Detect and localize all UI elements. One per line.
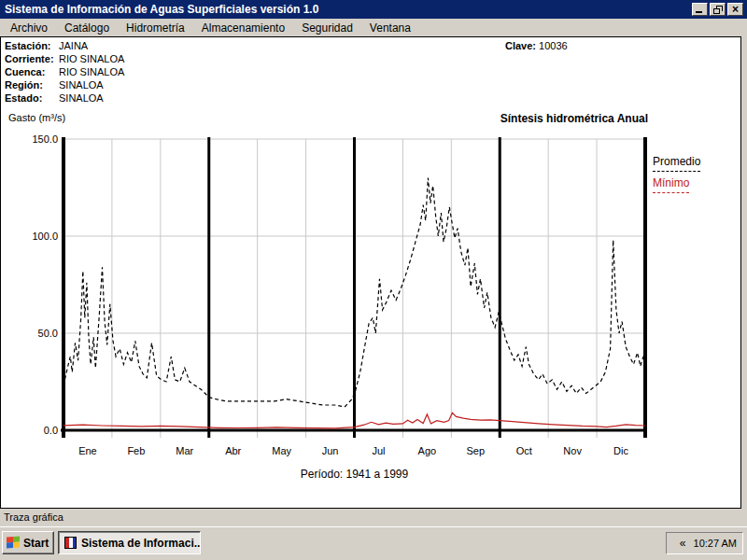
x-tick-label: Abr xyxy=(225,445,241,456)
window-title: Sistema de Información de Aguas Superfic… xyxy=(5,3,318,16)
x-tick-label: Jul xyxy=(372,445,385,456)
x-tick-label: Oct xyxy=(516,445,532,456)
chart-svg: 0.050.0100.0150.0EneFebMarAbrMayJunJulAg… xyxy=(1,37,740,508)
menu-almacenamiento[interactable]: Almacenamiento xyxy=(193,21,293,35)
minimize-icon xyxy=(696,11,702,13)
legend-promedio[interactable]: Promedio xyxy=(653,155,700,172)
tray-chevron-icon[interactable]: « xyxy=(680,537,686,550)
x-tick-label: Feb xyxy=(127,445,145,456)
clock[interactable]: 10:27 AM xyxy=(694,538,737,549)
x-tick-label: Mar xyxy=(176,445,193,456)
windows-flag-icon xyxy=(7,537,20,550)
menu-bar: Archivo Catálogo Hidrometría Almacenamie… xyxy=(0,19,747,36)
y-tick-label: 50.0 xyxy=(38,328,58,339)
title-bar: Sistema de Información de Aguas Superfic… xyxy=(0,0,747,19)
status-text: Traza gráfica xyxy=(4,511,63,523)
menu-archivo[interactable]: Archivo xyxy=(2,21,56,35)
window-controls: × xyxy=(692,3,743,16)
status-bar: Traza gráfica xyxy=(0,509,747,526)
taskbar: Start Sistema de Informaci... « 10:27 AM xyxy=(0,526,747,560)
start-label: Start xyxy=(23,537,49,550)
document-area: Estación:JAINA Corriente:RIO SINALOA Cue… xyxy=(0,36,741,509)
period-note: Período: 1941 a 1999 xyxy=(63,468,645,481)
legend-minimo[interactable]: Mínimo xyxy=(653,176,689,193)
x-tick-label: Nov xyxy=(563,445,582,456)
taskbar-window-button[interactable]: Sistema de Informaci... xyxy=(58,531,201,554)
menu-seguridad[interactable]: Seguridad xyxy=(293,21,361,35)
x-tick-label: Dic xyxy=(613,445,628,456)
start-button[interactable]: Start xyxy=(2,531,54,554)
app-icon xyxy=(64,537,77,549)
y-tick-label: 100.0 xyxy=(32,231,58,242)
menu-catalogo[interactable]: Catálogo xyxy=(56,21,118,35)
x-tick-label: Ene xyxy=(78,445,97,456)
minimize-button[interactable] xyxy=(692,3,708,16)
x-tick-label: May xyxy=(272,445,291,456)
x-tick-label: Ago xyxy=(418,445,437,456)
x-tick-label: Jun xyxy=(322,445,339,456)
restore-button[interactable] xyxy=(710,3,726,16)
y-tick-label: 0.0 xyxy=(44,425,58,436)
system-tray: « 10:27 AM xyxy=(666,532,743,554)
chart-legend: Promedio Mínimo xyxy=(653,155,700,198)
close-icon: × xyxy=(728,4,742,15)
close-button[interactable]: × xyxy=(727,3,743,16)
menu-hidrometria[interactable]: Hidrometría xyxy=(118,21,193,35)
menu-ventana[interactable]: Ventana xyxy=(361,21,419,35)
taskbar-window-label: Sistema de Informaci... xyxy=(81,537,201,550)
x-tick-label: Sep xyxy=(467,445,486,456)
y-tick-label: 150.0 xyxy=(32,133,58,145)
